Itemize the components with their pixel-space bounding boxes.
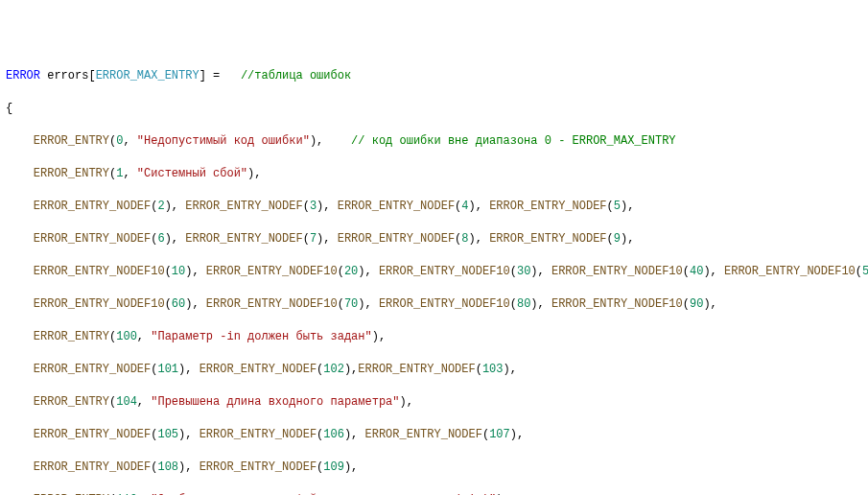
macro: ERROR_ENTRY_NODEF: [34, 200, 151, 213]
string: "Параметр -in должен быть задан": [151, 330, 371, 343]
identifier: ERROR_MAX_ENTRY: [96, 69, 199, 82]
macro: ERROR_ENTRY_NODEF: [34, 428, 151, 441]
macro: ERROR_ENTRY_NODEF: [34, 232, 151, 246]
macro: ERROR_ENTRY_NODEF: [489, 232, 606, 246]
number: 108: [157, 460, 178, 474]
comment: //таблица ошибок: [241, 69, 351, 82]
macro: ERROR_ENTRY_NODEF: [199, 363, 317, 376]
macro: ERROR_ENTRY_NODEF: [185, 232, 302, 246]
number: 3: [310, 200, 317, 213]
code-line: ERROR_ENTRY_NODEF(108), ERROR_ENTRY_NODE…: [6, 460, 862, 476]
number: 105: [157, 428, 178, 441]
number: 6: [157, 232, 164, 246]
macro: ERROR_ENTRY_NODEF10: [724, 265, 856, 278]
macro: ERROR_ENTRY_NODEF10: [206, 265, 338, 278]
code-line: {: [6, 101, 862, 117]
string: "Недопустимый код ошибки": [137, 134, 310, 148]
number: 7: [310, 232, 317, 246]
number: 100: [116, 330, 137, 343]
code-line: ERROR_ENTRY_NODEF(105), ERROR_ENTRY_NODE…: [6, 427, 862, 443]
macro: ERROR_ENTRY_NODEF: [338, 200, 455, 213]
macro: ERROR_ENTRY_NODEF: [34, 460, 151, 474]
code-line: ERROR_ENTRY_NODEF10(10), ERROR_ENTRY_NOD…: [6, 264, 862, 280]
number: 90: [690, 297, 703, 311]
code-line: ERROR errors[ERROR_MAX_ENTRY] = //таблиц…: [6, 68, 862, 84]
macro: ERROR_ENTRY_NODEF: [338, 232, 455, 246]
code-editor[interactable]: ERROR errors[ERROR_MAX_ENTRY] = //таблиц…: [6, 68, 862, 495]
code-line: ERROR_ENTRY(1, "Системный сбой"),: [6, 166, 862, 182]
macro: ERROR_ENTRY_NODEF10: [551, 297, 683, 311]
macro: ERROR_ENTRY_NODEF: [199, 460, 317, 474]
string: "Системный сбой": [137, 167, 247, 180]
code-line: ERROR_ENTRY_NODEF(2), ERROR_ENTRY_NODEF(…: [6, 199, 862, 215]
number: 60: [172, 297, 185, 311]
string: "Превышена длина входного параметра": [151, 395, 399, 409]
code-line: ERROR_ENTRY_NODEF(6), ERROR_ENTRY_NODEF(…: [6, 231, 862, 248]
macro: ERROR_ENTRY_NODEF10: [34, 297, 165, 311]
macro: ERROR_ENTRY_NODEF10: [206, 297, 338, 311]
code-line: ERROR_ENTRY(100, "Параметр -in должен бы…: [6, 329, 862, 345]
number: 5: [614, 200, 621, 213]
number: 103: [482, 363, 504, 376]
macro: ERROR_ENTRY_NODEF10: [551, 265, 683, 278]
number: 4: [461, 200, 468, 213]
macro: ERROR_ENTRY: [34, 134, 109, 148]
number: 2: [157, 200, 164, 213]
number: 107: [489, 428, 510, 441]
number: 30: [517, 265, 530, 278]
macro: ERROR_ENTRY_NODEF10: [379, 265, 510, 278]
number: 104: [116, 395, 137, 409]
number: 106: [323, 428, 344, 441]
macro: ERROR_ENTRY_NODEF: [34, 363, 151, 376]
code-line: ERROR_ENTRY_NODEF(101), ERROR_ENTRY_NODE…: [6, 362, 862, 378]
number: 40: [690, 265, 703, 278]
code-line: ERROR_ENTRY(0, "Недопустимый код ошибки"…: [6, 133, 862, 150]
macro: ERROR_ENTRY: [34, 167, 109, 180]
macro: ERROR_ENTRY_NODEF: [199, 428, 317, 441]
number: 101: [157, 363, 178, 376]
number: 20: [344, 265, 358, 278]
number: 80: [517, 297, 530, 311]
macro: ERROR_ENTRY: [34, 395, 109, 409]
number: 50: [862, 265, 868, 278]
macro: ERROR_ENTRY_NODEF: [185, 200, 302, 213]
macro: ERROR_ENTRY_NODEF: [358, 363, 475, 376]
keyword: ERROR: [6, 69, 40, 82]
number: 102: [323, 363, 344, 376]
number: 109: [323, 460, 344, 474]
identifier: errors: [47, 69, 88, 82]
number: 9: [614, 232, 621, 246]
code-line: ERROR_ENTRY_NODEF10(60), ERROR_ENTRY_NOD…: [6, 296, 862, 313]
number: 70: [344, 297, 358, 311]
macro: ERROR_ENTRY: [34, 330, 109, 343]
macro: ERROR_ENTRY_NODEF: [489, 200, 606, 213]
number: 8: [461, 232, 468, 246]
macro: ERROR_ENTRY_NODEF10: [379, 297, 510, 311]
comment: // код ошибки вне диапазона 0 - ERROR_MA…: [351, 134, 675, 148]
macro: ERROR_ENTRY_NODEF: [365, 428, 482, 441]
macro: ERROR_ENTRY_NODEF10: [34, 265, 165, 278]
number: 10: [172, 265, 185, 278]
code-line: ERROR_ENTRY(104, "Превышена длина входно…: [6, 394, 862, 411]
